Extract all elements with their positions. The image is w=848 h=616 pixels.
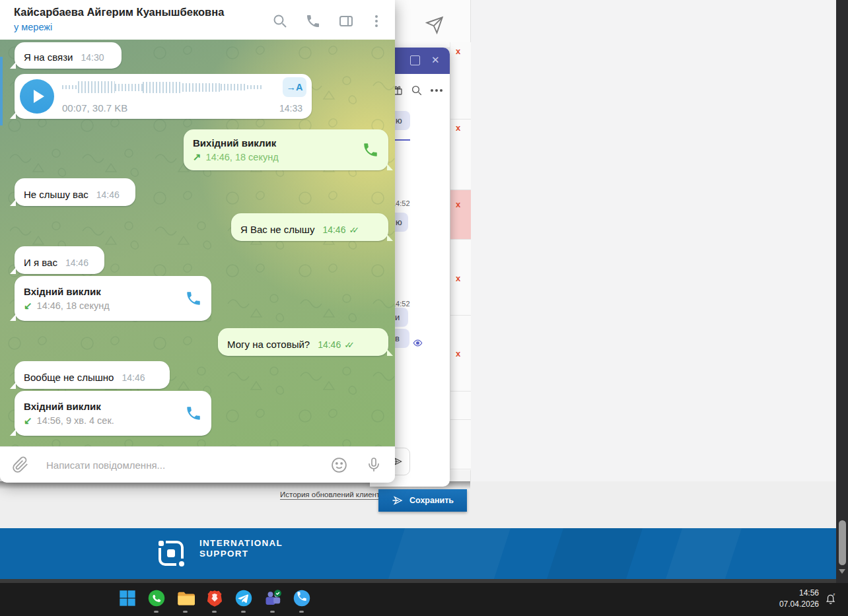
call-detail: 14:46, 18 секунд bbox=[37, 300, 110, 311]
message-composer[interactable] bbox=[0, 446, 395, 483]
incoming-call-message[interactable]: Вхідний виклик ↙ 14:56, 9 хв. 4 сек. bbox=[15, 391, 211, 436]
whatsapp-icon[interactable] bbox=[147, 589, 166, 607]
call-title: Вихідний виклик bbox=[193, 137, 279, 149]
bubble-tail bbox=[10, 429, 16, 436]
row-close-icon[interactable]: x bbox=[456, 123, 466, 133]
bubble-tail bbox=[10, 314, 16, 321]
call-title: Вхідний виклик bbox=[24, 286, 110, 297]
online-status: у мережі bbox=[14, 22, 52, 32]
message-time: 14:33 bbox=[279, 103, 302, 114]
microphone-icon[interactable] bbox=[366, 457, 382, 473]
save-button[interactable]: Сохранить bbox=[378, 489, 467, 512]
file-explorer-icon[interactable] bbox=[176, 589, 195, 607]
svg-text:z: z bbox=[833, 592, 835, 596]
teams-icon[interactable] bbox=[264, 589, 282, 607]
bubble-tail bbox=[387, 234, 393, 241]
message-time: 14:46 bbox=[318, 339, 341, 350]
outgoing-message[interactable]: Могу на сотовый? 14:46 ✓✓ bbox=[218, 328, 388, 356]
voice-duration-size: 00:07, 30.7 KB bbox=[62, 102, 306, 114]
row-close-icon[interactable]: x bbox=[456, 46, 466, 57]
message-time: 14:46 bbox=[96, 189, 120, 200]
bubble-tail bbox=[10, 62, 16, 69]
phone-icon[interactable] bbox=[185, 405, 202, 422]
maximize-icon[interactable] bbox=[410, 55, 420, 65]
row-divider bbox=[450, 239, 471, 240]
attach-icon[interactable] bbox=[12, 456, 29, 473]
window-edge bbox=[0, 57, 3, 125]
desktop: x x x x x ✕ ю 14:52 ю 14:52 и bbox=[0, 0, 848, 616]
running-indicator bbox=[154, 611, 159, 613]
outgoing-message[interactable]: Я Вас не слышу 14:46 ✓✓ bbox=[231, 213, 388, 241]
scroll-down-arrow[interactable] bbox=[839, 569, 845, 574]
paper-plane-icon[interactable] bbox=[425, 16, 444, 34]
seen-eye-icon bbox=[413, 339, 423, 347]
speech-to-text-button[interactable]: →A bbox=[283, 77, 306, 97]
call-icon[interactable] bbox=[305, 13, 321, 29]
search-icon[interactable] bbox=[411, 85, 423, 96]
message-time: 14:46 bbox=[65, 257, 88, 268]
clock[interactable]: 14:56 07.04.2026 bbox=[779, 588, 819, 610]
call-detail: 14:46, 18 секунд bbox=[206, 152, 279, 162]
tray-time: 14:56 bbox=[779, 588, 819, 599]
row-divider bbox=[450, 419, 471, 420]
incoming-message[interactable]: Не слышу вас 14:46 bbox=[15, 178, 135, 206]
voice-waveform[interactable] bbox=[62, 80, 276, 94]
row-close-icon[interactable]: x bbox=[456, 273, 466, 284]
more-icon[interactable] bbox=[431, 89, 433, 92]
running-indicator bbox=[183, 611, 188, 613]
message-text: Не слышу вас bbox=[24, 189, 88, 200]
close-icon[interactable]: ✕ bbox=[431, 53, 440, 67]
history-link[interactable]: История обновлений клиента bbox=[280, 491, 384, 500]
row-divider bbox=[450, 315, 471, 316]
row-close-icon[interactable]: x bbox=[456, 199, 466, 210]
phone-app-icon[interactable] bbox=[293, 589, 311, 607]
sidebar-toggle-icon[interactable] bbox=[338, 13, 354, 29]
scrollbar-thumb[interactable] bbox=[839, 520, 846, 565]
incoming-call-message[interactable]: Вхідний виклик ↙ 14:46, 18 секунд bbox=[15, 276, 211, 321]
read-checks-icon: ✓✓ bbox=[349, 225, 361, 235]
emoji-icon[interactable] bbox=[331, 457, 347, 473]
phone-icon[interactable] bbox=[185, 290, 202, 307]
incoming-message[interactable]: Я на связи 14:30 bbox=[15, 42, 122, 69]
bubble-tail bbox=[387, 349, 393, 356]
brand-footer: INTERNATIONAL SUPPORT bbox=[0, 528, 836, 579]
voice-message[interactable]: →A 00:07, 30.7 KB 14:33 bbox=[15, 74, 312, 119]
notifications-dnd-icon[interactable]: z bbox=[824, 592, 837, 605]
page-scrollbar[interactable] bbox=[836, 0, 848, 583]
message-time: 14:46 bbox=[122, 372, 145, 383]
telegram-app-icon[interactable] bbox=[234, 589, 253, 607]
message-text: Вообще не слышно bbox=[24, 372, 114, 383]
search-icon[interactable] bbox=[272, 13, 288, 29]
message-input[interactable] bbox=[45, 459, 322, 471]
menu-kebab-icon[interactable] bbox=[369, 13, 384, 29]
message-text: Могу на сотовый? bbox=[227, 339, 310, 350]
background-page bbox=[470, 0, 837, 528]
message-time: 14:30 bbox=[81, 52, 104, 63]
phone-icon[interactable] bbox=[362, 141, 379, 158]
highlighted-row bbox=[450, 189, 471, 239]
brave-browser-icon[interactable] bbox=[205, 589, 224, 607]
play-button[interactable] bbox=[20, 79, 54, 114]
message-text: Я на связи bbox=[24, 51, 73, 63]
running-indicator bbox=[270, 611, 275, 613]
row-divider bbox=[450, 469, 471, 469]
incoming-message[interactable]: Вообще не слышно 14:46 bbox=[15, 361, 170, 389]
outgoing-call-message[interactable]: Вихідний виклик ↗ 14:46, 18 секунд bbox=[184, 129, 388, 170]
row-close-icon[interactable]: x bbox=[456, 349, 466, 359]
row-divider bbox=[450, 119, 471, 120]
chat-header[interactable]: Кайсарбаева Айгерим Куанышбековна у мере… bbox=[0, 0, 395, 40]
bubble-tail bbox=[10, 199, 16, 206]
running-indicator bbox=[241, 611, 246, 613]
running-indicator bbox=[212, 611, 217, 613]
play-icon bbox=[34, 90, 44, 103]
message-time: 14:46 bbox=[322, 224, 345, 235]
incoming-message[interactable]: И я вас 14:46 bbox=[15, 246, 104, 274]
chat-title: Кайсарбаева Айгерим Куанышбековна bbox=[14, 6, 224, 18]
start-button-icon[interactable] bbox=[118, 589, 137, 607]
bubble-tail bbox=[387, 164, 393, 170]
taskbar: 14:56 07.04.2026 z bbox=[0, 583, 848, 616]
background-window-top bbox=[395, 0, 470, 48]
message-text: Я Вас не слышу bbox=[240, 224, 314, 235]
running-indicator bbox=[299, 611, 304, 613]
call-detail: 14:56, 9 хв. 4 сек. bbox=[37, 415, 114, 426]
